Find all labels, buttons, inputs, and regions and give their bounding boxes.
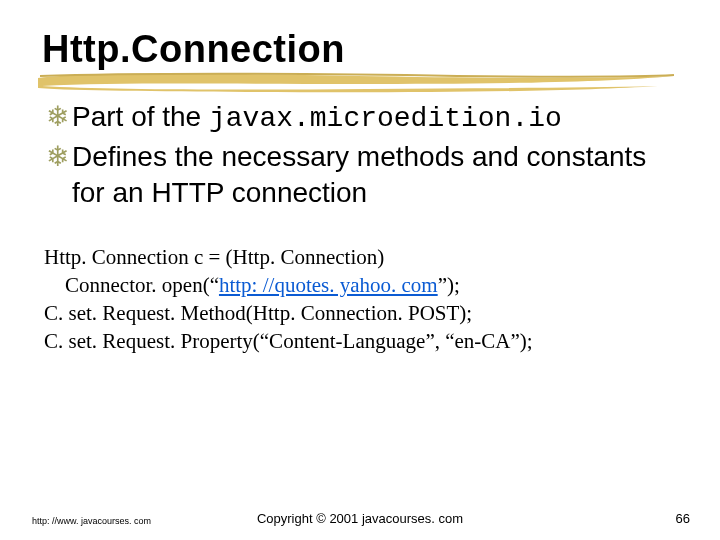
snowflake-icon: ❄	[46, 99, 72, 135]
code-snippet: Http. Connection c = (Http. Connection) …	[42, 244, 678, 355]
code-line: C. set. Request. Property(“Content-Langu…	[44, 328, 678, 356]
code-line: C. set. Request. Method(Http. Connection…	[44, 300, 678, 328]
bullet-list: ❄ Part of the javax.microedition.io ❄ De…	[42, 99, 678, 210]
bullet-code: javax.microedition.io	[209, 103, 562, 134]
code-url: http: //quotes. yahoo. com	[219, 273, 438, 297]
bullet-prefix: Part of the	[72, 101, 209, 132]
bullet-prefix: Defines the necessary methods and consta…	[72, 141, 646, 208]
page-number: 66	[676, 511, 690, 526]
bullet-text: Defines the necessary methods and consta…	[72, 139, 678, 211]
slide-title: Http.Connection	[42, 28, 678, 71]
code-line: Connector. open(“http: //quotes. yahoo. …	[44, 272, 678, 300]
code-text: Connector. open(“	[44, 273, 219, 297]
snowflake-icon: ❄	[46, 139, 72, 175]
title-area: Http.Connection	[42, 28, 678, 71]
bullet-text: Part of the javax.microedition.io	[72, 99, 678, 137]
footer-copyright: Copyright © 2001 javacourses. com	[0, 511, 720, 526]
bullet-item: ❄ Part of the javax.microedition.io	[46, 99, 678, 137]
title-underline	[36, 70, 678, 94]
code-line: Http. Connection c = (Http. Connection)	[44, 244, 678, 272]
slide: Http.Connection ❄ Part of the javax.micr…	[0, 0, 720, 540]
footer: http: //www. javacourses. com Copyright …	[0, 511, 720, 526]
bullet-item: ❄ Defines the necessary methods and cons…	[46, 139, 678, 211]
code-text: ”);	[438, 273, 460, 297]
